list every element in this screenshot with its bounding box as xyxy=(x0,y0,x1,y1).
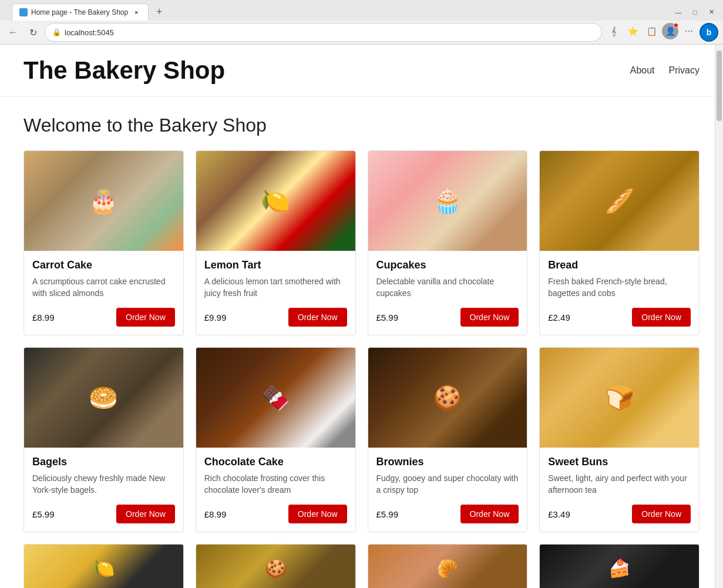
chocolate-cake-footer: £8.99 Order Now xyxy=(204,505,347,523)
partial-card-3: 🥐 xyxy=(368,544,528,588)
cupcakes-info: Cupcakes Delectable vanilla and chocolat… xyxy=(368,251,527,335)
lemon-tart-price: £9.99 xyxy=(204,313,227,322)
sweet-buns-info: Sweet Buns Sweet, light, airy and perfec… xyxy=(540,448,699,532)
brownies-footer: £5.99 Order Now xyxy=(376,505,519,523)
bread-desc: Fresh baked French-style bread, bagettes… xyxy=(548,276,691,301)
partial-products-row: 🍋 🍪 🥐 🍰 xyxy=(23,544,700,588)
lemon-tart-footer: £9.99 Order Now xyxy=(204,308,347,327)
bread-image: 🥖 xyxy=(540,151,699,251)
products-grid: 🎂 Carrot Cake A scrumptious carrot cake … xyxy=(23,150,700,335)
chocolate-cake-name: Chocolate Cake xyxy=(204,456,347,468)
chocolate-cake-price: £8.99 xyxy=(204,509,227,519)
collections-button[interactable]: 📋 xyxy=(643,23,660,39)
partial-image-4: 🍰 xyxy=(540,545,699,588)
sweet-buns-desc: Sweet, light, airy and perfect with your… xyxy=(548,473,691,498)
site-nav: About Privacy xyxy=(630,65,700,76)
address-bar[interactable]: 🔒 localhost:5045 xyxy=(45,23,602,42)
page-wrapper: The Bakery Shop About Privacy Welcome to… xyxy=(0,45,723,588)
more-options-button[interactable]: ⋯ xyxy=(681,23,697,39)
privacy-link[interactable]: Privacy xyxy=(669,65,700,76)
sweet-buns-footer: £3.49 Order Now xyxy=(548,505,691,523)
refresh-button[interactable]: ↻ xyxy=(25,24,41,41)
bagels-price: £5.99 xyxy=(32,509,55,519)
chocolate-cake-image: 🍫 xyxy=(196,348,355,448)
browser-titlebar: 🌐 Home page - The Bakery Shop × + — □ ✕ xyxy=(0,0,723,21)
about-link[interactable]: About xyxy=(630,65,655,76)
tab-close-button[interactable]: × xyxy=(132,8,141,17)
product-card-carrot-cake: 🎂 Carrot Cake A scrumptious carrot cake … xyxy=(23,150,184,335)
profile-avatar: 👤 xyxy=(665,26,675,36)
sweet-buns-order-button[interactable]: Order Now xyxy=(632,505,691,523)
carrot-cake-price: £8.99 xyxy=(32,313,55,322)
carrot-cake-image: 🎂 xyxy=(24,151,183,251)
back-button[interactable]: ← xyxy=(5,24,21,41)
minimize-button[interactable]: — xyxy=(671,5,685,19)
partial-image-1: 🍋 xyxy=(24,545,183,588)
favorites-button[interactable]: ⭐ xyxy=(624,23,641,39)
site-header: The Bakery Shop About Privacy xyxy=(0,45,723,97)
bagels-footer: £5.99 Order Now xyxy=(32,505,175,523)
content-area: The Bakery Shop About Privacy Welcome to… xyxy=(0,45,723,588)
bread-footer: £2.49 Order Now xyxy=(548,308,691,327)
product-card-cupcakes: 🧁 Cupcakes Delectable vanilla and chocol… xyxy=(368,150,528,335)
product-card-sweet-buns: 🍞 Sweet Buns Sweet, light, airy and perf… xyxy=(539,347,700,532)
carrot-cake-info: Carrot Cake A scrumptious carrot cake en… xyxy=(24,251,183,335)
brownies-info: Brownies Fudgy, gooey and super chocolat… xyxy=(368,448,527,532)
bagels-info: Bagels Deliciously chewy freshly made Ne… xyxy=(24,448,183,532)
cupcakes-order-button[interactable]: Order Now xyxy=(460,308,519,327)
browser-tab[interactable]: 🌐 Home page - The Bakery Shop × xyxy=(12,4,149,21)
brownies-order-button[interactable]: Order Now xyxy=(460,505,519,523)
bagels-name: Bagels xyxy=(32,456,175,468)
bagels-image: 🥯 xyxy=(24,348,183,448)
cupcakes-price: £5.99 xyxy=(376,313,399,322)
bread-order-button[interactable]: Order Now xyxy=(632,308,691,327)
sweet-buns-image: 🍞 xyxy=(540,348,699,448)
close-button[interactable]: ✕ xyxy=(704,5,718,19)
product-card-chocolate-cake: 🍫 Chocolate Cake Rich chocolate frosting… xyxy=(196,347,356,532)
brownies-desc: Fudgy, gooey and super chocolaty with a … xyxy=(376,473,519,498)
cupcakes-footer: £5.99 Order Now xyxy=(376,308,519,327)
edge-copilot-button[interactable]: b xyxy=(700,23,718,42)
chocolate-cake-order-button[interactable]: Order Now xyxy=(288,505,347,523)
site-logo[interactable]: The Bakery Shop xyxy=(23,56,225,85)
scrollbar[interactable] xyxy=(715,45,723,588)
tab-favicon: 🌐 xyxy=(19,8,28,16)
partial-card-2: 🍪 xyxy=(196,544,356,588)
new-tab-button[interactable]: + xyxy=(151,4,167,21)
carrot-cake-order-button[interactable]: Order Now xyxy=(116,308,175,327)
bagels-order-button[interactable]: Order Now xyxy=(116,505,175,523)
address-text: localhost:5045 xyxy=(65,28,594,37)
sweet-buns-price: £3.49 xyxy=(548,509,570,519)
chocolate-cake-info: Chocolate Cake Rich chocolate frosting c… xyxy=(196,448,355,532)
toolbar-icons: 𝄞 ⭐ 📋 👤 ⋯ b xyxy=(606,23,718,42)
site-main: Welcome to the Bakery Shop 🎂 Carrot Cake… xyxy=(0,97,723,588)
maximize-button[interactable]: □ xyxy=(688,5,702,19)
scrollbar-thumb[interactable] xyxy=(717,51,722,121)
partial-image-3: 🥐 xyxy=(368,545,527,588)
bread-info: Bread Fresh baked French-style bread, ba… xyxy=(540,251,699,335)
lemon-tart-order-button[interactable]: Order Now xyxy=(288,308,347,327)
cupcakes-name: Cupcakes xyxy=(376,259,519,271)
bread-price: £2.49 xyxy=(548,313,570,322)
bread-name: Bread xyxy=(548,259,691,271)
lemon-tart-name: Lemon Tart xyxy=(204,259,347,271)
lemon-tart-desc: A delicious lemon tart smothered with ju… xyxy=(204,276,347,301)
tab-title: Home page - The Bakery Shop xyxy=(31,8,128,16)
chocolate-cake-desc: Rich chocolate frosting cover this choco… xyxy=(204,473,347,498)
read-aloud-button[interactable]: 𝄞 xyxy=(606,23,622,39)
lemon-tart-image: 🍋 xyxy=(196,151,355,251)
product-card-bread: 🥖 Bread Fresh baked French-style bread, … xyxy=(539,150,700,335)
brownies-price: £5.99 xyxy=(376,509,399,519)
partial-image-2: 🍪 xyxy=(196,545,355,588)
browser-toolbar: ← ↻ 🔒 localhost:5045 𝄞 ⭐ 📋 👤 ⋯ b xyxy=(0,21,723,44)
partial-card-4: 🍰 xyxy=(539,544,700,588)
profile-button[interactable]: 👤 xyxy=(662,23,678,39)
profile-notification-dot xyxy=(674,23,678,28)
cupcakes-image: 🧁 xyxy=(368,151,527,251)
brownies-image: 🍪 xyxy=(368,348,527,448)
product-card-brownies: 🍪 Brownies Fudgy, gooey and super chocol… xyxy=(368,347,528,532)
sweet-buns-name: Sweet Buns xyxy=(548,456,691,468)
carrot-cake-desc: A scrumptious carrot cake encrusted with… xyxy=(32,276,175,301)
bagels-desc: Deliciously chewy freshly made New York-… xyxy=(32,473,175,498)
carrot-cake-name: Carrot Cake xyxy=(32,259,175,271)
